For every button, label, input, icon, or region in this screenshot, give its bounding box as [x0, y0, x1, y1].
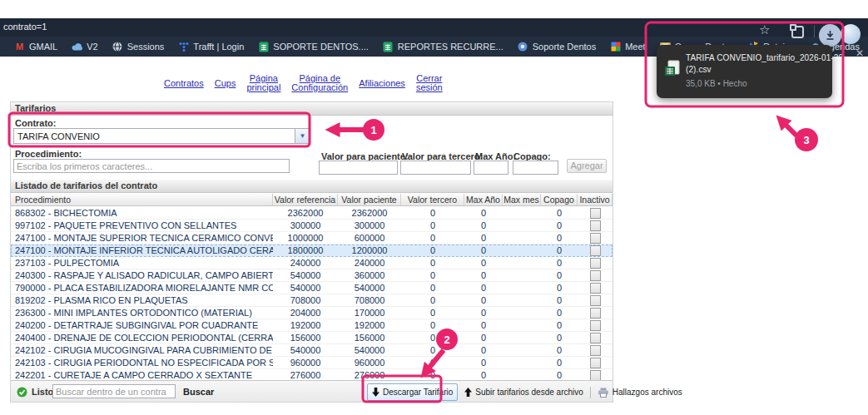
- table-row[interactable]: 242102 - CIRUGIA MUCOGINGIVAL PARA CUBRI…: [11, 344, 613, 357]
- inactivo-checkbox[interactable]: [590, 333, 601, 343]
- table-row[interactable]: 819202 - PLASMA RICO EN PLAQUETAS7080007…: [11, 294, 613, 307]
- column-header-valor-referencia[interactable]: Valor referencia: [273, 194, 338, 205]
- inactivo-checkbox[interactable]: [590, 245, 601, 256]
- bookmark-sessions[interactable]: Sessions: [112, 42, 165, 52]
- table-row[interactable]: 237103 - PULPECTOMIA240000240000000: [11, 257, 613, 269]
- table-row[interactable]: 997102 - PAQUETE PREVENTIVO CON SELLANTE…: [11, 220, 613, 232]
- column-header-max-mes[interactable]: Max mes: [503, 194, 541, 205]
- annotation-number-3: 3: [803, 134, 809, 146]
- inactivo-checkbox[interactable]: [590, 345, 601, 356]
- column-header-inactivo[interactable]: Inactivo: [578, 194, 613, 205]
- inactivo-cell: [578, 332, 613, 343]
- download-popup[interactable]: TARIFA CONVENIO_tarifario_2026-01-20 (2)…: [657, 45, 832, 98]
- table-row[interactable]: 247100 - MONTAJE SUPERIOR TECNICA CERAMI…: [11, 232, 613, 245]
- toolbar-divider: [814, 25, 815, 37]
- bookmark-v2[interactable]: V2: [72, 42, 97, 52]
- table-row[interactable]: 868302 - BICHECTOMIA23620002362000000: [11, 207, 613, 220]
- extensions-icon[interactable]: [791, 26, 804, 38]
- contract-search-input[interactable]: [52, 384, 176, 398]
- nav-link-afiliaciones[interactable]: Afiliaciones: [359, 79, 405, 88]
- bookmarks-overflow-icon[interactable]: ✕: [856, 47, 864, 59]
- value-cell: 0: [464, 320, 503, 330]
- nav-link-contratos[interactable]: Contratos: [164, 79, 204, 88]
- table-row[interactable]: 790000 - PLACA ESTABILIZADORA MIORELAJAN…: [11, 282, 613, 294]
- value-cell: 0: [541, 233, 578, 243]
- inactivo-checkbox[interactable]: [590, 270, 601, 281]
- column-header-max-a-o[interactable]: Max Año: [464, 194, 503, 205]
- screenshot-root: contrato=1 ☆ MGMAILV2SessionsTrafft | Lo…: [0, 0, 868, 415]
- value-cell: 0: [464, 270, 503, 280]
- value-cell: 540000: [273, 345, 338, 355]
- table-row[interactable]: 242103 - CIRUGIA PERIODONTAL NO ESPECIFI…: [11, 357, 613, 369]
- bookmark-soporte-dentos[interactable]: SOPORTE DENTOS....: [258, 42, 369, 52]
- browser-url-bar[interactable]: [0, 18, 868, 37]
- inactivo-checkbox[interactable]: [590, 258, 601, 269]
- search-button[interactable]: Buscar: [183, 387, 214, 397]
- download-tariff-button[interactable]: Descargar Tarifario: [367, 383, 458, 401]
- inactivo-checkbox[interactable]: [590, 233, 601, 244]
- procedure-cell: 240300 - RASPAJE Y ALISADO RADICULAR, CA…: [11, 270, 273, 280]
- downloads-toolbar-icon[interactable]: [819, 24, 841, 47]
- inactivo-cell: [578, 232, 613, 244]
- footer-buttons: Descargar Tarifario Subir tarifarios des…: [367, 383, 682, 401]
- column-header-copago[interactable]: Copago: [541, 194, 578, 205]
- nav-link-página-de-configuración[interactable]: Página deConfiguración: [291, 74, 348, 92]
- value-cell: 540000: [273, 283, 338, 293]
- valor-para-paciente-input[interactable]: [319, 161, 398, 175]
- tariff-table: 868302 - BICHECTOMIA23620002362000000997…: [11, 207, 613, 382]
- inactivo-checkbox[interactable]: [590, 295, 601, 306]
- table-row[interactable]: 240400 - DRENAJE DE COLECCION PERIODONTA…: [11, 332, 613, 344]
- nav-link-line: Cups: [215, 79, 236, 88]
- add-button[interactable]: Agregar: [567, 159, 607, 173]
- bookmark-label: REPORTES RECURRE...: [398, 42, 503, 52]
- chevron-down-icon[interactable]: ▼: [295, 129, 310, 143]
- table-row[interactable]: 236300 - MINI IMPLANTES ORTODONTICO (MAT…: [11, 307, 613, 319]
- bookmark-label: Sessions: [127, 42, 165, 52]
- copago-input[interactable]: [513, 161, 558, 175]
- procedure-cell: 236300 - MINI IMPLANTES ORTODONTICO (MAT…: [11, 308, 273, 318]
- bookmark-soporte-dentos[interactable]: Soporte Dentos: [518, 42, 596, 52]
- column-header-valor-paciente[interactable]: Valor paciente: [338, 194, 401, 205]
- inactivo-cell: [578, 207, 613, 219]
- value-cell: 156000: [338, 333, 401, 343]
- inactivo-checkbox[interactable]: [590, 308, 601, 319]
- nav-link-cups[interactable]: Cups: [215, 79, 236, 88]
- value-cell: 0: [541, 258, 578, 268]
- footer-divider: [590, 387, 591, 398]
- column-header-procedimiento[interactable]: Procedimiento: [11, 194, 273, 205]
- findings-button[interactable]: Hallazgos archivos: [598, 388, 682, 398]
- inactivo-checkbox[interactable]: [590, 358, 601, 368]
- valor-para-tercero-input[interactable]: [400, 161, 471, 175]
- value-cell: 240000: [273, 258, 338, 268]
- inactivo-cell: [578, 282, 613, 294]
- upload-tariff-button[interactable]: Subir tarifarios desde archivo: [464, 388, 583, 397]
- procedure-input[interactable]: [13, 159, 290, 173]
- inactivo-checkbox[interactable]: [590, 208, 601, 219]
- table-row[interactable]: 240200 - DETARTRAJE SUBGINGIVAL POR CUAD…: [11, 319, 613, 332]
- nav-link-cerrar-sesión[interactable]: Cerrarsesión: [416, 74, 443, 92]
- bookmark-gmail[interactable]: MGMAIL: [14, 42, 57, 52]
- bookmark-trafft-login[interactable]: Trafft | Login: [178, 42, 244, 52]
- value-cell: 170000: [338, 308, 401, 318]
- value-cell: 0: [541, 270, 578, 280]
- value-cell: 300000: [338, 220, 401, 230]
- inactivo-checkbox[interactable]: [590, 283, 601, 294]
- bookmark-reportes-recurre[interactable]: REPORTES RECURRE...: [383, 42, 503, 52]
- procedure-cell: 242102 - CIRUGIA MUCOGINGIVAL PARA CUBRI…: [11, 345, 273, 355]
- inactivo-cell: [578, 220, 613, 231]
- nav-link-página-principal[interactable]: Páginaprincipal: [246, 74, 280, 92]
- bookmark-meet[interactable]: Meet: [610, 42, 645, 52]
- contract-select[interactable]: TARIFA CONVENIO ▼: [13, 128, 310, 144]
- max-ano-input[interactable]: [474, 161, 508, 175]
- value-cell: 2362000: [273, 208, 338, 218]
- table-row[interactable]: 240300 - RASPAJE Y ALISADO RADICULAR, CA…: [11, 269, 613, 282]
- inactivo-checkbox[interactable]: [590, 320, 601, 331]
- value-cell: 0: [541, 208, 578, 218]
- inactivo-checkbox[interactable]: [590, 220, 601, 231]
- bookmark-star-icon[interactable]: ☆: [759, 22, 770, 37]
- inactivo-cell: [578, 257, 613, 269]
- table-row[interactable]: 247100 - MONTAJE INFERIOR TECNICA AUTOLI…: [11, 245, 613, 257]
- profile-avatar[interactable]: [841, 24, 861, 44]
- column-header-valor-tercero[interactable]: Valor tercero: [401, 194, 464, 205]
- inactivo-checkbox[interactable]: [590, 370, 601, 381]
